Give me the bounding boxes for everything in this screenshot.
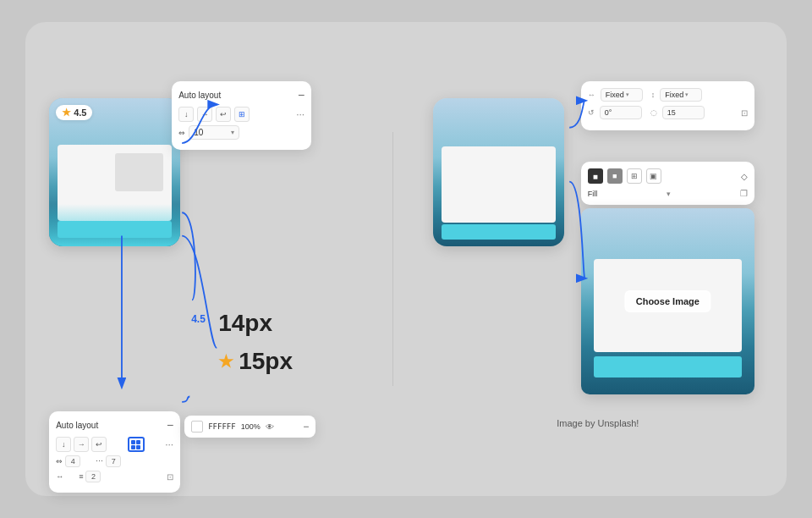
color-remove[interactable]: − (303, 421, 309, 433)
fill-label-row: Fill ▾ ❐ (588, 189, 748, 198)
choose-image-panel: Choose Image (581, 208, 754, 394)
choose-image-bg: Choose Image (581, 208, 754, 394)
center-divider (392, 132, 393, 386)
b-more[interactable]: ··· (165, 438, 173, 450)
rating-badge-left: ★ 4.5 (56, 105, 92, 120)
fill-icons-row: ■ ■ ⊞ ▣ ◇ (588, 168, 748, 184)
label-14px: 14px (218, 310, 272, 337)
angle-value[interactable]: 0° (600, 106, 642, 119)
b-val1: 4 (65, 455, 80, 467)
b-align-right[interactable]: → (74, 437, 89, 452)
b-align-down[interactable]: ↓ (56, 437, 71, 452)
panel-header-bottom: Auto layout − (56, 418, 173, 432)
panel-collapse-top[interactable]: − (298, 88, 304, 102)
height-value[interactable]: Fixed ▾ (660, 88, 702, 102)
corner-icon: ◌ (650, 108, 657, 117)
height-label: Fixed (665, 91, 683, 99)
pool-shape-left (58, 221, 172, 238)
fill-gray-icon[interactable]: ■ (607, 168, 623, 184)
color-opacity: 100% (241, 422, 261, 431)
b-val3: 2 (85, 471, 101, 482)
star-icon-left: ★ (62, 107, 71, 118)
fill-label: Fill (588, 190, 598, 198)
b-h-icon: ≡ (79, 472, 83, 481)
house-card-left: ★ 4.5 (49, 98, 180, 246)
gap-value: 10 (194, 128, 203, 137)
b-gap-icon: ⇔ (56, 457, 63, 466)
panel-title-bottom: Auto layout (56, 421, 98, 430)
gap-select[interactable]: 10 ▾ (189, 125, 239, 140)
fill-panel: ■ ■ ⊞ ▣ ◇ Fill ▾ ❐ (581, 162, 754, 205)
fill-image-icon[interactable]: ⊞ (627, 168, 642, 184)
grid-btn[interactable]: ⊞ (234, 107, 250, 122)
ci-pool (594, 356, 742, 377)
b-spacing-icon: ⋯ (96, 457, 103, 466)
panel-controls-row: ↓ → ↩ ⊞ ··· (178, 107, 304, 122)
panel-header-top: Auto layout − (178, 88, 304, 102)
wrap-btn[interactable]: ↩ (216, 107, 231, 122)
choose-image-button[interactable]: Choose Image (625, 290, 710, 312)
eye-icon[interactable]: 👁 (266, 422, 274, 432)
unsplash-label: Image by Unsplash! (425, 418, 771, 428)
small-label-45: 4.5 (191, 313, 206, 325)
b-responsive-icon: ⊡ (167, 472, 173, 482)
responsive-icon-right: ⊡ (741, 108, 748, 118)
panel-title-top: Auto layout (178, 91, 221, 100)
house-card-image-left (49, 98, 180, 246)
right-section: ↔ Fixed ▾ ↕ Fixed ▾ ↺ 0° ◌ 15 (425, 81, 771, 437)
angle-icon: ↺ (588, 108, 595, 117)
gap-arrow: ▾ (231, 129, 234, 136)
main-container: ★ 4.5 Auto layout − ↓ → ↩ ⊞ ··· ⇔ 10 ▾ (25, 22, 787, 496)
label-15px-text: 15px (239, 348, 293, 375)
label-15px: ★ 15px (218, 348, 293, 375)
fill-end-value: ◇ (741, 172, 748, 181)
props-row-2: ↺ 0° ◌ 15 ⊡ (588, 106, 748, 119)
building-shape-right (442, 146, 556, 223)
bottom-controls-row: ↓ → ↩ ··· (56, 437, 173, 452)
gap-icon: ⇔ (178, 129, 185, 137)
gap-row: ⇔ 10 ▾ (178, 125, 304, 140)
b-wrap[interactable]: ↩ (91, 437, 107, 452)
fill-solid-icon[interactable]: ■ (588, 168, 603, 184)
b-val2: 7 (106, 455, 121, 467)
width-label: Fixed (606, 91, 624, 99)
fill-vector-icon[interactable]: ▣ (646, 168, 661, 184)
gap-bottom-row: ⇔ 4 ⋯ 7 (56, 455, 173, 467)
align-right-btn[interactable]: → (197, 107, 212, 122)
align-down-btn[interactable]: ↓ (178, 107, 194, 122)
b-w-icon: ↔ (56, 472, 63, 481)
height-icon: ↕ (651, 91, 656, 99)
angle-label: 0° (605, 108, 612, 117)
panel-more-top[interactable]: ··· (296, 108, 304, 120)
width-arrow: ▾ (626, 91, 629, 98)
star-icon-15px: ★ (218, 351, 233, 372)
left-section: ★ 4.5 Auto layout − ↓ → ↩ ⊞ ··· ⇔ 10 ▾ (41, 81, 362, 437)
color-swatch[interactable] (191, 421, 203, 433)
building-shape-left (58, 145, 172, 221)
auto-layout-panel-bottom: Auto layout − ↓ → ↩ ··· ⇔ (49, 411, 180, 493)
dim-row: ↔ ≡ 2 ⊡ (56, 471, 173, 482)
fill-arrow: ▾ (667, 190, 671, 198)
color-panel: FFFFFF 100% 👁 − (184, 416, 315, 438)
pool-shape-right (442, 224, 556, 240)
corner-value[interactable]: 15 (662, 106, 705, 119)
panel-collapse-bottom[interactable]: − (167, 418, 173, 432)
height-arrow: ▾ (685, 91, 689, 98)
width-value[interactable]: Fixed ▾ (601, 88, 643, 102)
props-row-1: ↔ Fixed ▾ ↕ Fixed ▾ (588, 88, 748, 102)
width-icon: ↔ (588, 91, 595, 99)
b-active-icon[interactable] (128, 437, 145, 452)
house-image-right (433, 98, 564, 246)
color-hex: FFFFFF (208, 422, 236, 431)
properties-panel: ↔ Fixed ▾ ↕ Fixed ▾ ↺ 0° ◌ 15 (581, 81, 754, 130)
rating-value-left: 4.5 (74, 107, 86, 118)
house-card-right (433, 98, 564, 246)
auto-layout-panel-top: Auto layout − ↓ → ↩ ⊞ ··· ⇔ 10 ▾ (172, 81, 311, 150)
fill-copy-icon[interactable]: ❐ (740, 189, 748, 198)
corner-label: 15 (667, 108, 676, 117)
